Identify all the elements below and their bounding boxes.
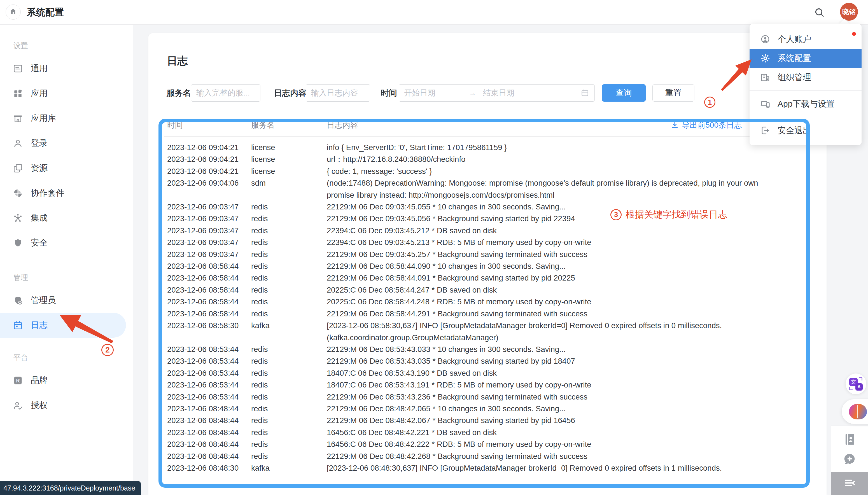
person-check-icon [13,400,23,410]
log-content: 22129:M 06 Dec 08:58:44.090 * 10 changes… [327,260,786,272]
log-content: 22129:M 06 Dec 09:03:45.257 * Background… [327,249,786,260]
shield-person-icon [13,295,23,305]
avatar[interactable]: 晓铭 [840,3,858,21]
log-time: 2023-12-06 08:53:44 [167,355,251,367]
table-row: 2023-12-06 08:48:44redis16456:C 06 Dec 0… [167,427,797,439]
sidebar-item-integration[interactable]: 集成 [0,205,133,231]
log-content-label: 日志内容 [274,84,306,102]
sidebar-item-apps[interactable]: 应用 [0,81,133,106]
sidebar-item-security[interactable]: 安全 [0,231,133,255]
shield-icon [13,238,23,248]
app-root: 系统配置 晓铭 设置通用应用应用库登录资源协作套件集成安全管理管理员日志平台R品… [0,0,868,495]
log-service: redis [251,201,327,213]
log-time: 2023-12-06 08:58:44 [167,296,251,308]
sidebar-item-label: 安全 [31,237,48,249]
date-range-input[interactable]: 开始日期 → 结束日期 [399,84,595,102]
table-row: 2023-12-06 09:03:47redis22129:M 06 Dec 0… [167,249,797,260]
log-time: 2023-12-06 09:04:21 [167,153,251,165]
devices-icon [760,99,770,109]
sidebar-item-label: 通用 [31,63,48,74]
search-button[interactable]: 查询 [602,84,646,102]
sidebar-item-label: 授权 [31,399,48,411]
menu-item-system-config[interactable]: 系统配置 [750,49,862,68]
sidebar-item-label: 协作套件 [31,187,64,199]
menu-item-label: 安全退出 [778,125,811,136]
log-time: 2023-12-06 08:58:44 [167,272,251,284]
sidebar-item-general[interactable]: 通用 [0,56,133,81]
export-logs-link[interactable]: 导出前500条日志 [670,117,742,133]
menu-item-label: 组织管理 [778,72,811,83]
log-time: 2023-12-06 08:48:44 [167,427,251,439]
filter-bar: 服务名 日志内容 时间 开始日期 → 结束日期 查询 重置 [148,84,827,102]
sidebar-item-collab-suite[interactable]: 协作套件 [0,181,133,205]
store-icon [13,114,23,123]
search-icon[interactable] [814,7,825,18]
link-icon [13,163,23,173]
sidebar-item-app-library[interactable]: 应用库 [0,106,133,131]
log-service: redis [251,355,327,367]
log-service: redis [251,439,327,450]
time-label: 时间 [381,84,397,102]
log-service: redis [251,284,327,296]
menu-item-app-download[interactable]: App下载与设置 [750,95,862,114]
sidebar-item-login[interactable]: 登录 [0,131,133,156]
log-time: 2023-12-06 09:03:47 [167,201,251,213]
log-service: sdm [251,177,327,189]
annotation-step-3-text: 根据关键字找到错误日志 [626,208,727,221]
log-service: redis [251,225,327,237]
log-time: 2023-12-06 09:03:47 [167,225,251,237]
log-service: license [251,166,327,177]
ai-assistant-button[interactable] [842,399,868,424]
menu-item-org-management[interactable]: 组织管理 [750,68,862,87]
menu-item-personal-account[interactable]: 个人账户 [750,30,862,49]
table-row: 2023-12-06 09:04:21licenseinfo { Env_Ser… [167,142,797,153]
sidebar-item-admins[interactable]: 管理员 [0,288,133,313]
log-content: 22129:M 06 Dec 08:53:43.035 * Background… [327,355,786,367]
log-time: 2023-12-06 08:48:44 [167,403,251,415]
log-time: 2023-12-06 09:03:47 [167,249,251,260]
log-content: (node:17488) DeprecationWarning: Mongoos… [327,177,786,201]
log-service: redis [251,415,327,426]
menu-item-logout[interactable]: 安全退出 [750,121,862,140]
sidebar-item-license[interactable]: 授权 [0,393,133,418]
log-time: 2023-12-06 09:03:47 [167,213,251,224]
log-content: 22394:C 06 Dec 09:03:45.213 * RDB: 5 MB … [327,237,786,248]
reset-button[interactable]: 重置 [652,84,694,102]
table-row: 2023-12-06 08:58:44redis22129:M 06 Dec 0… [167,260,797,272]
sidebar-item-resources[interactable]: 资源 [0,156,133,181]
log-service: redis [251,249,327,260]
log-time: 2023-12-06 08:48:44 [167,450,251,462]
log-time: 2023-12-06 08:53:44 [167,343,251,355]
feedback-chat-icon[interactable] [843,452,857,467]
sidebar: 设置通用应用应用库登录资源协作套件集成安全管理管理员日志平台R品牌授权 [0,24,133,495]
log-service: redis [251,450,327,462]
sidebar-item-logs[interactable]: 日志 [0,313,126,338]
collapse-panel-button[interactable] [831,472,868,495]
log-service: redis [251,343,327,355]
calendar-icon [13,320,23,330]
service-name-input[interactable] [191,84,260,102]
log-time: 2023-12-06 08:58:44 [167,260,251,272]
log-content: url：http://172.16.8.240:38880/checkinfo [327,153,786,165]
log-content-input[interactable] [306,84,370,102]
contacts-icon[interactable] [843,432,857,447]
sidebar-item-label: 管理员 [31,294,56,306]
pinwheel-icon [13,188,23,198]
table-row: 2023-12-06 08:48:30kafka[2023-12-06 08:4… [167,462,797,474]
log-service: redis [251,391,327,403]
log-content: 22129:M 06 Dec 08:48:42.067 * Background… [327,415,786,426]
step-badge-2: 2 [101,344,114,356]
step-badge-3: 3 [610,209,622,220]
sidebar-item-brand[interactable]: R品牌 [0,368,133,393]
table-row: 2023-12-06 09:03:47redis22394:C 06 Dec 0… [167,225,797,237]
log-time: 2023-12-06 09:03:47 [167,237,251,248]
home-button[interactable] [5,4,21,20]
log-content: 22394:C 06 Dec 09:03:45.212 * DB saved o… [327,225,786,237]
sidebar-section-label: 平台 [0,353,133,362]
log-content: info { Env_ServerID: '0', StartTime: 170… [327,142,786,153]
log-service: redis [251,427,327,439]
start-date-placeholder: 开始日期 [404,88,436,98]
translate-widget-button[interactable]: 文A [846,374,866,394]
log-content: 16456:C 06 Dec 08:48:42.222 * RDB: 5 MB … [327,439,786,450]
svg-text:R: R [16,378,20,383]
